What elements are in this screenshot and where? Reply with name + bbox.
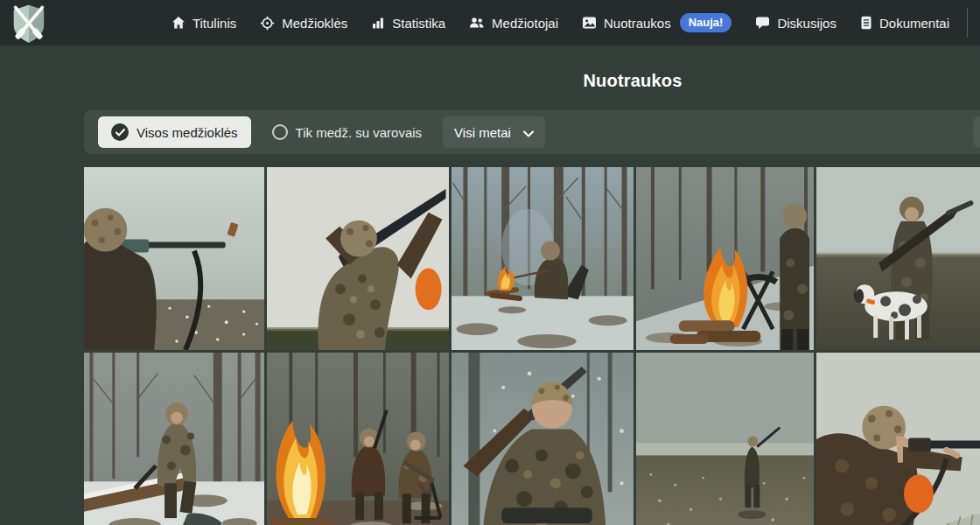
- club-logo-crossed-rifles-shield-icon[interactable]: [10, 3, 47, 45]
- gallery-photo[interactable]: [267, 353, 449, 525]
- filter-bar-edge-button[interactable]: [973, 116, 980, 148]
- scope-icon: [260, 16, 275, 31]
- filter-all-hunts-chip[interactable]: Visos medžioklės: [98, 116, 251, 148]
- check-circle-icon: [111, 123, 129, 141]
- gallery-photo[interactable]: [452, 167, 634, 350]
- nav-item-titulinis[interactable]: Titulinis: [172, 16, 236, 31]
- document-icon: [860, 16, 872, 30]
- bar-chart-icon: [371, 16, 385, 30]
- gallery-photo[interactable]: [267, 167, 449, 350]
- photo-gallery-grid: [84, 167, 980, 525]
- nav-item-nuotraukos[interactable]: Nuotraukos Nauja!: [582, 13, 732, 32]
- new-badge: Nauja!: [680, 13, 732, 32]
- gallery-photo[interactable]: [816, 167, 980, 350]
- gallery-photo[interactable]: [816, 353, 980, 525]
- gallery-photo[interactable]: [636, 353, 814, 525]
- page-title: Nuotraukos: [84, 68, 980, 93]
- gallery-filter-bar: Visos medžioklės Tik medž. su varovais V…: [84, 110, 980, 154]
- nav-item-statistika[interactable]: Statistika: [371, 16, 445, 31]
- people-icon: [469, 16, 485, 30]
- filter-with-beaters-option[interactable]: Tik medž. su varovais: [272, 124, 423, 140]
- photos-page: Nuotraukos Visos medžioklės Tik medž. su…: [0, 68, 980, 525]
- radio-circle-icon: [272, 124, 288, 140]
- nav-divider: [967, 8, 968, 38]
- nav-item-diskusijos[interactable]: Diskusijos: [755, 16, 836, 31]
- chevron-down-icon: [523, 125, 534, 140]
- gallery-photo[interactable]: [636, 167, 814, 350]
- chat-icon: [755, 16, 770, 30]
- nav-item-medziokles[interactable]: Medžioklės: [260, 16, 347, 31]
- nav-item-medziotojai[interactable]: Medžiotojai: [469, 16, 558, 31]
- nav-item-dokumentai[interactable]: Dokumentai: [860, 16, 949, 31]
- home-icon: [172, 16, 186, 30]
- gallery-photo[interactable]: [84, 167, 264, 350]
- gallery-photo[interactable]: [84, 353, 264, 525]
- photos-icon: [582, 16, 597, 30]
- top-navigation-bar: Titulinis Medžioklės Statistika: [0, 0, 980, 46]
- year-filter-select[interactable]: Visi metai: [443, 116, 545, 148]
- gallery-photo[interactable]: [452, 353, 634, 525]
- main-nav: Titulinis Medžioklės Statistika: [172, 13, 949, 32]
